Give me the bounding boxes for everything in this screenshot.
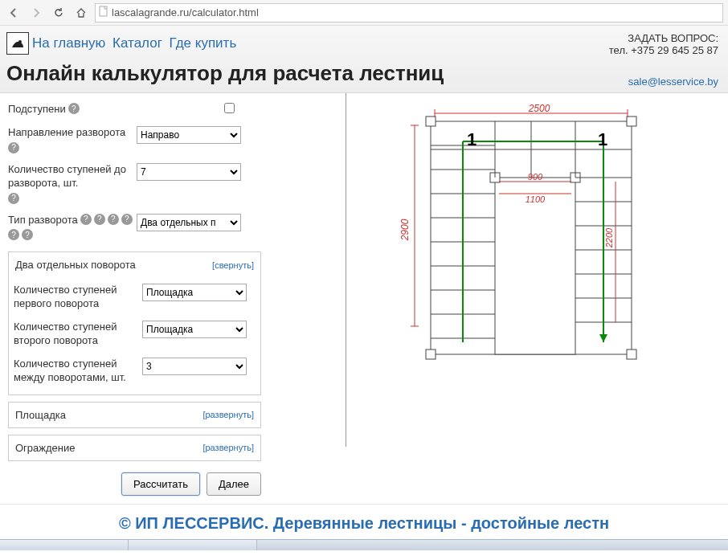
dim-inner-w: 900 [528, 172, 543, 182]
home-button[interactable] [72, 4, 90, 22]
svg-rect-5 [426, 349, 436, 359]
ask-label: ЗАДАТЬ ВОПРОС: [609, 32, 718, 44]
back-button[interactable] [5, 4, 22, 22]
calculator-form: Подступени ? Направление разворота ? Нап… [0, 93, 269, 504]
second-turn-select[interactable]: Площадка [142, 321, 247, 338]
risers-checkbox[interactable] [224, 103, 235, 113]
label-1a: 1 [467, 129, 476, 149]
between-label: Количество ступеней между поворотами, шт… [14, 358, 142, 385]
reload-button[interactable] [50, 4, 67, 22]
help-icon[interactable]: ? [22, 229, 33, 240]
help-icon[interactable]: ? [80, 214, 92, 225]
top-nav: На главную Каталог Где купить [32, 35, 239, 51]
help-icon[interactable]: ? [108, 214, 119, 225]
help-icon[interactable]: ? [68, 103, 80, 114]
help-icon[interactable]: ? [8, 229, 19, 240]
section-expand-toggle[interactable]: [развернуть] [202, 410, 254, 419]
svg-rect-6 [627, 349, 636, 359]
footer-text: © ИП ЛЕССЕРВИС. Деревянные лестницы - до… [119, 514, 609, 532]
footer: © ИП ЛЕССЕРВИС. Деревянные лестницы - до… [0, 504, 728, 533]
staircase-diagram: 2500 2900 900 1100 2200 1 1 [391, 93, 728, 504]
dim-right: 2200 [604, 227, 614, 248]
help-icon[interactable]: ? [121, 214, 133, 225]
help-icon[interactable]: ? [8, 193, 19, 204]
browser-toolbar: lascalagrande.ru/calculator.html [0, 0, 728, 26]
label-1b: 1 [598, 129, 607, 149]
section-platform: Площадка [развернуть] [8, 402, 261, 428]
section-title: Площадка [15, 409, 66, 421]
section-two-turns: Два отдельных поворота [свернуть] Количе… [8, 251, 261, 394]
svg-rect-3 [426, 116, 436, 126]
contact-block: ЗАДАТЬ ВОПРОС: тел. +375 29 645 25 87 sa… [609, 32, 718, 88]
svg-point-1 [18, 40, 22, 43]
main-content: Подступени ? Направление разворота ? Нап… [0, 93, 728, 504]
phone: тел. +375 29 645 25 87 [609, 44, 718, 56]
vertical-divider [346, 93, 346, 447]
page-title: Онлайн калькулятор для расчета лестниц [6, 61, 444, 86]
steps-before-select[interactable]: 7 [137, 163, 241, 181]
email-link[interactable]: sale@lesservice.by [628, 76, 718, 88]
first-turn-label: Количество ступеней первого поворота [14, 284, 142, 311]
risers-label: Подступени [8, 103, 66, 116]
calculate-button[interactable]: Рассчитать [121, 472, 200, 496]
nav-where[interactable]: Где купить [170, 35, 237, 51]
dim-left: 2900 [399, 219, 411, 241]
direction-label: Направление разворота [8, 126, 125, 140]
svg-rect-7 [495, 178, 575, 354]
url-bar[interactable]: lascalagrande.ru/calculator.html [95, 3, 723, 22]
section-title: Ограждение [15, 442, 76, 454]
svg-rect-0 [100, 6, 107, 16]
direction-select[interactable]: Направо [137, 126, 241, 144]
svg-marker-33 [599, 334, 607, 342]
nav-catalog[interactable]: Каталог [112, 35, 162, 51]
section-expand-toggle[interactable]: [развернуть] [202, 443, 254, 452]
taskbar-slot[interactable] [0, 540, 129, 550]
between-select[interactable]: 3 [142, 358, 247, 375]
section-title: Два отдельных поворота [15, 259, 136, 271]
help-icon[interactable]: ? [94, 214, 105, 225]
steps-before-label: Количество ступеней до разворота, шт. [8, 163, 137, 190]
svg-rect-4 [627, 116, 636, 126]
os-taskbar[interactable] [0, 539, 728, 550]
taskbar-slot[interactable] [129, 540, 257, 550]
turn-type-label: Тип разворота [8, 214, 78, 227]
help-icon[interactable]: ? [8, 142, 19, 153]
turn-type-select[interactable]: Два отдельных п [137, 214, 241, 231]
nav-home[interactable]: На главную [32, 35, 105, 51]
page-header: На главную Каталог Где купить Онлайн кал… [0, 26, 728, 93]
section-collapse-toggle[interactable]: [свернуть] [212, 260, 254, 270]
next-button[interactable]: Далее [207, 472, 261, 496]
section-railing: Ограждение [развернуть] [8, 435, 261, 461]
first-turn-select[interactable]: Площадка [142, 284, 247, 301]
second-turn-label: Количество ступеней второго поворота [14, 321, 142, 348]
page-icon [99, 6, 108, 19]
url-text: lascalagrande.ru/calculator.html [112, 6, 259, 18]
dim-inner-h: 1100 [526, 194, 546, 204]
logo[interactable] [6, 32, 29, 55]
dim-top: 2500 [528, 103, 550, 114]
forward-button[interactable] [27, 4, 45, 22]
